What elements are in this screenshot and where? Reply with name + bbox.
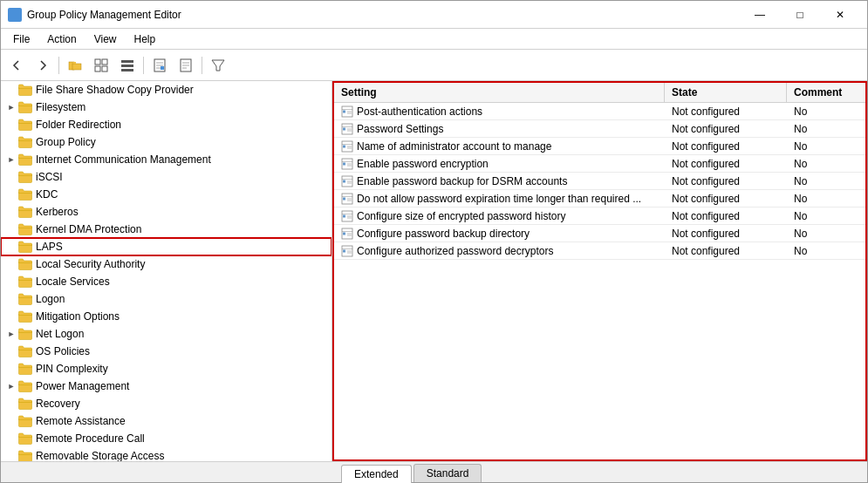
state-cell: Not configured	[665, 192, 787, 206]
comment-cell: No	[787, 192, 865, 206]
tree-item-os-policies[interactable]: OS Policies	[1, 343, 331, 360]
tab-extended[interactable]: Extended	[341, 465, 412, 483]
policy-button-2[interactable]	[174, 53, 198, 78]
tree-item-laps[interactable]: LAPS	[1, 238, 331, 255]
folder-icon	[18, 345, 32, 357]
comment-cell: No	[787, 244, 865, 258]
table-row[interactable]: Enable password encryption Not configure…	[334, 155, 865, 173]
window-title: Group Policy Management Editor	[27, 9, 740, 21]
setting-cell: Password Settings	[334, 122, 665, 136]
folder-icon	[18, 450, 32, 461]
folder-icon	[18, 171, 32, 183]
menu-help[interactable]: Help	[126, 31, 165, 47]
tree-item-file-share[interactable]: File Share Shadow Copy Provider	[1, 81, 331, 99]
state-cell: Not configured	[665, 122, 787, 136]
tree-item-iscsi[interactable]: iSCSI	[1, 168, 331, 186]
tab-standard[interactable]: Standard	[413, 464, 482, 482]
tree-label: OS Policies	[36, 345, 90, 357]
tree-item-power-management[interactable]: ► Power Management	[1, 378, 331, 395]
tree-item-internet-comm[interactable]: ► Internet Communication Management	[1, 151, 331, 168]
svg-rect-75	[343, 197, 345, 200]
table-row[interactable]: Name of administrator account to manage …	[334, 138, 865, 155]
tree-expand-icon[interactable]: ►	[4, 153, 18, 167]
folder-icon	[18, 101, 32, 113]
back-button[interactable]	[4, 53, 29, 78]
tree-item-folder-redirection[interactable]: Folder Redirection	[1, 116, 331, 133]
setting-icon	[341, 228, 353, 240]
folder-view-button[interactable]	[63, 53, 87, 78]
svg-rect-90	[343, 249, 345, 252]
table-row[interactable]: Password Settings Not configured No	[334, 120, 865, 138]
tree-item-locale-services[interactable]: Locale Services	[1, 273, 331, 290]
state-cell: Not configured	[665, 227, 787, 241]
minimize-button[interactable]: —	[740, 1, 780, 29]
tree-expand-icon	[4, 414, 18, 428]
tree-item-kdc[interactable]: KDC	[1, 186, 331, 203]
policy-button-1[interactable]	[147, 53, 172, 78]
forward-button[interactable]	[31, 53, 55, 78]
tree-item-net-logon[interactable]: ► Net Logon	[1, 325, 331, 343]
tree-item-remote-procedure[interactable]: Remote Procedure Call	[1, 430, 331, 447]
tree-item-mitigation[interactable]: Mitigation Options	[1, 308, 331, 325]
folder-icon	[18, 241, 32, 253]
svg-rect-11	[121, 60, 133, 63]
view-button-2[interactable]	[115, 53, 140, 78]
tree-label: Net Logon	[36, 328, 84, 340]
svg-rect-9	[95, 66, 100, 71]
comment-cell: No	[787, 209, 865, 223]
tree-item-kernel-dma[interactable]: Kernel DMA Protection	[1, 221, 331, 238]
menu-view[interactable]: View	[85, 31, 126, 47]
svg-marker-23	[212, 60, 224, 71]
toolbar-sep-2	[143, 57, 144, 74]
tree-expand-icon	[4, 397, 18, 411]
menu-file[interactable]: File	[4, 31, 38, 47]
tree-expand-icon[interactable]: ►	[4, 100, 18, 114]
folder-icon	[18, 398, 32, 410]
table-row[interactable]: Enable password backup for DSRM accounts…	[334, 173, 865, 190]
tree-expand-icon	[4, 187, 18, 201]
table-row[interactable]: Configure password backup directory Not …	[334, 225, 865, 242]
setting-label: Password Settings	[357, 123, 443, 135]
setting-label: Post-authentication actions	[357, 105, 482, 118]
tree-item-pin-complexity[interactable]: PIN Complexity	[1, 360, 331, 378]
tree-expand-icon[interactable]: ►	[4, 327, 18, 341]
tree-item-remote-assistance[interactable]: Remote Assistance	[1, 412, 331, 430]
tree-label: Remote Procedure Call	[36, 432, 145, 445]
tree-label: Power Management	[36, 380, 129, 392]
table-row[interactable]: Post-authentication actions Not configur…	[334, 103, 865, 120]
tree-label: Mitigation Options	[36, 310, 120, 323]
tree-item-filesystem[interactable]: ► Filesystem	[1, 99, 331, 116]
filter-button[interactable]	[206, 53, 230, 78]
tree-expand-icon	[4, 310, 18, 323]
setting-label: Enable password backup for DSRM accounts	[357, 175, 567, 187]
comment-cell: No	[787, 105, 865, 119]
menu-action[interactable]: Action	[38, 31, 85, 47]
setting-label: Do not allow password expiration time lo…	[357, 193, 641, 205]
close-button[interactable]: ✕	[820, 1, 860, 29]
svg-rect-70	[343, 180, 345, 182]
settings-table[interactable]: Setting State Comment Post-authenticatio…	[334, 83, 865, 459]
svg-rect-65	[343, 162, 345, 165]
table-header: Setting State Comment	[334, 83, 865, 103]
view-button-1[interactable]	[89, 53, 113, 78]
tree-item-kerberos[interactable]: Kerberos	[1, 203, 331, 221]
tree-expand-icon	[4, 344, 18, 358]
tree-label: LAPS	[36, 241, 63, 253]
svg-rect-50	[343, 110, 345, 112]
folder-icon	[18, 432, 32, 445]
table-row[interactable]: Configure authorized password decryptors…	[334, 242, 865, 260]
tree-item-local-security[interactable]: Local Security Authority	[1, 255, 331, 273]
tree-label: Removable Storage Access	[36, 450, 164, 461]
tree-expand-icon	[4, 432, 18, 446]
tree-panel[interactable]: File Share Shadow Copy Provider ► Filesy…	[1, 81, 332, 461]
tree-item-group-policy[interactable]: Group Policy	[1, 133, 331, 151]
svg-rect-85	[343, 232, 345, 235]
table-row[interactable]: Do not allow password expiration time lo…	[334, 190, 865, 207]
tree-label: Kerberos	[36, 206, 79, 218]
tree-item-recovery[interactable]: Recovery	[1, 395, 331, 412]
maximize-button[interactable]: □	[780, 1, 820, 29]
tree-item-removable-storage[interactable]: Removable Storage Access	[1, 447, 331, 461]
table-row[interactable]: Configure size of encrypted password his…	[334, 207, 865, 225]
tree-expand-icon[interactable]: ►	[4, 379, 18, 393]
tree-item-logon[interactable]: Logon	[1, 290, 331, 308]
